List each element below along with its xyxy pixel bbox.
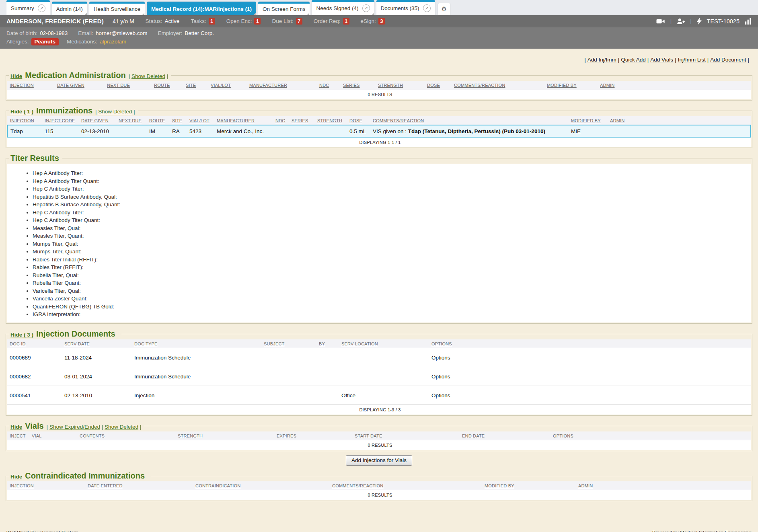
hide-vials-link[interactable]: Hide [10,424,22,430]
column-header-injection[interactable]: INJECTION [10,83,34,88]
column-header-route[interactable]: ROUTE [149,118,165,123]
column-header-by[interactable]: BY [319,341,325,346]
column-header-date-given[interactable]: DATE GIVEN [57,83,84,88]
medications-value[interactable]: alprazolam [100,39,126,45]
titer-item: Varicella Titer, Qual: [33,287,751,295]
counter-badge[interactable]: 1 [254,18,261,25]
column-header-dose[interactable]: DOSE [427,83,440,88]
lightning-icon[interactable] [697,18,702,25]
tab-needs-signed-4[interactable]: Needs Signed (4)↗ [312,0,374,15]
column-header-ndc[interactable]: NDC [319,83,329,88]
column-header-vial[interactable]: VIAL [32,433,42,438]
add-injections-for-vials-button[interactable]: Add Injections for Vials [346,455,412,466]
column-header-dose[interactable]: DOSE [349,118,362,123]
counter-due-list: Due List:7 [272,18,302,25]
show-deleted-link[interactable]: Show Deleted [98,109,132,115]
column-header-admin[interactable]: ADMIN [600,83,614,88]
quick-add-link[interactable]: Quick Add [621,57,646,63]
column-header-strength[interactable]: STRENGTH [178,433,203,438]
counter-badge[interactable]: 1 [343,18,349,25]
add-vials-link[interactable]: Add Vials [650,57,673,63]
counter-badge[interactable]: 7 [296,18,302,25]
hide-medication-administration-link[interactable]: Hide [10,73,22,79]
options-cell[interactable]: Options [429,348,751,367]
column-header-end-date[interactable]: END DATE [462,433,485,438]
tab-on-screen-forms[interactable]: On Screen Forms [258,2,310,15]
column-header-serv-location[interactable]: SERV LOCATION [341,341,378,346]
settings-gear-icon[interactable]: ⚙︎ [438,3,450,15]
column-header-options[interactable]: OPTIONS [431,341,452,346]
table-row[interactable]: 000068203-01-2024Immunization ScheduleOp… [7,367,751,386]
table-cell: 11-18-2024 [62,348,131,367]
options-cell[interactable]: Options [429,367,751,386]
column-header-cell: SERV DATE [62,339,131,348]
table-row[interactable]: Tdap11502-13-2010IMRA5423Merck and Co., … [7,125,751,137]
injection-documents-title: Injection Documents [36,329,115,339]
column-header-modified-by[interactable]: MODIFIED BY [547,83,577,88]
column-header-injection[interactable]: INJECTION [10,483,34,488]
column-header-manufacturer[interactable]: MANUFACTURER [217,118,255,123]
column-header-doc-type[interactable]: DOC TYPE [134,341,158,346]
open-in-window-icon[interactable]: ↗ [423,4,431,12]
column-header-cell: ADMIN [597,81,751,90]
hide-injection-documents-link[interactable]: Hide ( 3 ) [10,332,33,338]
column-header-contents[interactable]: CONTENTS [80,433,105,438]
column-header-doc-id[interactable]: DOC ID [10,341,26,346]
add-inj-imm-link[interactable]: Add Inj/Imm [588,57,616,63]
table-row[interactable]: 000068911-18-2024Immunization ScheduleOp… [7,348,751,367]
column-header-date-given[interactable]: DATE GIVEN [81,118,109,123]
flowsheet-chart-icon[interactable] [745,18,752,25]
table-row[interactable]: 000054102-13-2010InjectionOfficeOptions [7,386,751,405]
column-header-expires[interactable]: EXPIRES [277,433,296,438]
column-header-serv-date[interactable]: SERV DATE [64,341,90,346]
column-header-comments-reaction[interactable]: COMMENTS/REACTION [332,483,383,488]
column-header-vial-lot[interactable]: VIAL/LOT [189,118,210,123]
column-header-subject[interactable]: SUBJECT [264,341,285,346]
column-header-vial-lot[interactable]: VIAL/LOT [211,83,231,88]
column-header-modified-by[interactable]: MODIFIED BY [571,118,601,123]
column-header-series[interactable]: SERIES [292,118,308,123]
add-person-icon[interactable] [677,18,685,25]
tab-health-surveillance[interactable]: Health Surveillance [89,2,145,15]
hide-contraindicated-link[interactable]: Hide [10,474,22,480]
column-header-next-due[interactable]: NEXT DUE [119,118,142,123]
column-header-strength[interactable]: STRENGTH [378,83,403,88]
column-header-start-date[interactable]: START DATE [355,433,382,438]
column-header-site[interactable]: SITE [186,83,196,88]
counter-badge[interactable]: 1 [209,18,215,25]
column-header-contraindication[interactable]: CONTRAINDICATION [195,483,240,488]
open-in-window-icon[interactable]: ↗ [38,4,45,12]
allergy-badge[interactable]: Peanuts [31,38,59,45]
column-header-comments-reaction[interactable]: COMMENTS/REACTION [454,83,505,88]
column-header-admin[interactable]: ADMIN [610,118,624,123]
tab-documents-35[interactable]: Documents (35)↗ [376,0,435,15]
tab-medical-record-14-mar-injections-1[interactable]: Medical Record (14):MAR/Injections (1) [147,2,256,15]
table-cell: VIS given on : Tdap (Tetanus, Diptheria,… [370,125,568,137]
counter-open-enc: Open Enc:1 [226,18,261,25]
column-header-strength[interactable]: STRENGTH [317,118,342,123]
column-header-modified-by[interactable]: MODIFIED BY [485,483,514,488]
add-document-link[interactable]: Add Document [710,57,746,63]
tab-summary[interactable]: Summary↗ [6,0,50,15]
column-header-manufacturer[interactable]: MANUFACTURER [249,83,287,88]
show-expired-ended-link[interactable]: Show Expired/Ended [49,424,100,430]
column-header-ndc[interactable]: NDC [275,118,285,123]
column-header-route[interactable]: ROUTE [154,83,170,88]
show-deleted-link[interactable]: Show Deleted [131,73,165,79]
column-header-admin[interactable]: ADMIN [578,483,593,488]
column-header-inject-code[interactable]: INJECT CODE [45,118,75,123]
column-header-site[interactable]: SITE [172,118,182,123]
column-header-injection[interactable]: INJECTION [10,118,34,123]
open-in-window-icon[interactable]: ↗ [362,4,370,12]
video-camera-icon[interactable] [656,18,665,24]
show-deleted-link[interactable]: Show Deleted [105,424,138,430]
counter-badge[interactable]: 3 [378,18,385,25]
column-header-date-entered[interactable]: DATE ENTERED [88,483,123,488]
column-header-series[interactable]: SERIES [343,83,360,88]
column-header-comments-reaction[interactable]: COMMENTS/REACTION [373,118,424,123]
options-cell[interactable]: Options [429,386,751,405]
column-header-next-due[interactable]: NEXT DUE [107,83,130,88]
inj-imm-list-link[interactable]: Inj/Imm List [678,57,706,63]
tab-admin-14[interactable]: Admin (14) [52,2,87,15]
hide-immunizations-link[interactable]: Hide ( 1 ) [10,109,33,115]
